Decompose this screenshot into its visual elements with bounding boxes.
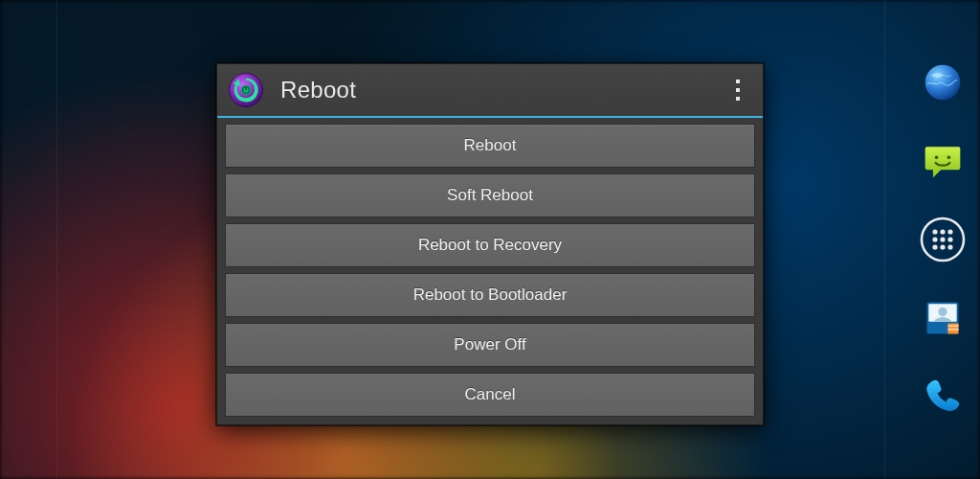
svg-rect-23 bbox=[245, 86, 246, 90]
option-soft-reboot[interactable]: Soft Reboot bbox=[225, 173, 755, 217]
reboot-options-list: Reboot Soft Reboot Reboot to Recovery Re… bbox=[217, 118, 763, 424]
app-dock bbox=[905, 0, 980, 479]
option-reboot[interactable]: Reboot bbox=[225, 124, 755, 168]
svg-point-7 bbox=[947, 229, 952, 234]
svg-point-3 bbox=[947, 156, 951, 160]
dialog-titlebar: Reboot bbox=[217, 64, 763, 118]
svg-point-5 bbox=[932, 229, 937, 234]
overflow-dot bbox=[736, 80, 740, 83]
svg-point-0 bbox=[925, 65, 961, 101]
reboot-dialog: Reboot Reboot Soft Reboot Reboot to Reco… bbox=[216, 63, 764, 425]
option-reboot-bootloader[interactable]: Reboot to Bootloader bbox=[225, 273, 755, 317]
dock-item-browser[interactable] bbox=[920, 59, 966, 105]
option-label: Reboot bbox=[464, 136, 517, 155]
dock-item-contacts[interactable] bbox=[920, 295, 966, 341]
option-label: Soft Reboot bbox=[447, 186, 533, 205]
option-label: Reboot to Bootloader bbox=[413, 285, 568, 305]
svg-point-10 bbox=[947, 237, 952, 241]
svg-point-12 bbox=[940, 244, 945, 249]
overflow-dot bbox=[736, 97, 740, 101]
svg-rect-18 bbox=[948, 325, 959, 327]
dock-item-messaging[interactable] bbox=[920, 138, 966, 184]
svg-point-6 bbox=[940, 229, 945, 234]
phone-icon bbox=[922, 376, 964, 418]
option-reboot-recovery[interactable]: Reboot to Recovery bbox=[225, 223, 755, 267]
svg-point-13 bbox=[947, 244, 952, 249]
divider bbox=[884, 0, 885, 479]
option-label: Power Off bbox=[454, 335, 525, 354]
svg-point-2 bbox=[935, 156, 939, 160]
svg-point-11 bbox=[932, 244, 937, 249]
svg-point-16 bbox=[938, 308, 947, 316]
svg-point-9 bbox=[940, 237, 945, 241]
divider bbox=[56, 0, 57, 479]
option-power-off[interactable]: Power Off bbox=[225, 323, 755, 367]
overflow-dot bbox=[736, 88, 740, 92]
globe-icon bbox=[922, 61, 964, 103]
contacts-icon bbox=[922, 297, 964, 339]
svg-point-1 bbox=[932, 73, 943, 79]
svg-point-8 bbox=[932, 237, 937, 241]
option-label: Cancel bbox=[465, 385, 516, 404]
option-cancel[interactable]: Cancel bbox=[225, 373, 755, 417]
dock-item-app-drawer[interactable] bbox=[920, 217, 966, 262]
option-label: Reboot to Recovery bbox=[418, 236, 562, 255]
dialog-title: Reboot bbox=[280, 77, 356, 103]
app-drawer-icon bbox=[920, 217, 966, 262]
message-icon bbox=[922, 140, 964, 182]
reboot-app-icon bbox=[227, 71, 265, 109]
overflow-menu-button[interactable] bbox=[726, 71, 749, 109]
dock-item-phone[interactable] bbox=[920, 374, 966, 420]
svg-rect-19 bbox=[948, 329, 959, 331]
